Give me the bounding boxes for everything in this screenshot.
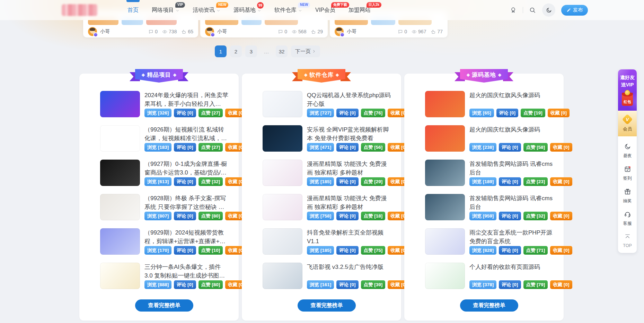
rank-list-item[interactable]: 首发辅助售卖网站源码 讯睿cms后台浏览 [189]评论 [0]点赞 [23]收… [425, 160, 553, 186]
likes-count: 77 [437, 29, 443, 34]
sidebar-tool-客服[interactable]: 客服 [618, 207, 637, 227]
page-button-1[interactable]: 1 [215, 45, 227, 57]
sparkle-icon [336, 73, 339, 77]
red-envelope-label: 红包 [622, 100, 633, 104]
nav-item-3[interactable]: 活动资讯NEW [193, 0, 220, 20]
page-button-2[interactable]: 2 [230, 45, 242, 57]
likes-badge: 点赞 [80] [199, 280, 223, 289]
item-title: QQ云端机器人登录系统php源码开心版 [307, 91, 391, 108]
rank-list-item[interactable]: （9929期）2024短视频带货教程，剪辑课+运营课+直播课+拍摄课（全套高清…… [100, 228, 228, 255]
favs-badge: 收藏 [0] [550, 246, 572, 255]
next-page-label: 下一页 [295, 48, 311, 55]
item-thumbnail [100, 125, 140, 152]
column-ribbon: 源码基地 [460, 69, 508, 83]
rank-list-item[interactable]: 漫画星精简版 功能强大 免费漫画 独家精彩 多种题材浏览 [185]评论 [0]… [263, 160, 391, 186]
column-title-text: 源码基地 [472, 71, 496, 79]
item-stat-badges: 浏览 [471]评论 [0]点赞 [56]收藏 [0] [307, 143, 391, 152]
vip-label: 会员 [618, 126, 637, 132]
rank-list-item[interactable]: 漫画星精简版 功能强大 免费漫画 独家精彩 多种题材浏览 [758]评论 [0]… [263, 194, 391, 220]
rank-list-item[interactable]: 首发辅助售卖网站源码 讯睿cms后台浏览 [959]评论 [0]点赞 [32]收… [425, 194, 553, 220]
rank-list-item[interactable]: （9928期）终极 杀手文案-撰写系统 只要你掌握了这些秘诀 你可以在沙漠里…浏… [100, 194, 228, 220]
item-text: 超火的国庆红旗风头像源码浏览 [65]评论 [0]点赞 [19]收藏 [0] [469, 91, 553, 117]
rank-list-item[interactable]: （9927期）0-1成为金牌直播-橱窗商品卡运营3.0，基础/货品/场景/话术/… [100, 160, 228, 186]
rank-list-item[interactable]: 2024年最火爆的项目，闲鱼卖苹果耳机，新手小白轻松月入2W+简单易上手浏览 [… [100, 91, 228, 117]
chevron-down-icon [298, 9, 302, 12]
sidebar-tool-昼夜[interactable]: 昼夜 [618, 140, 637, 160]
rank-list-item[interactable]: 超火的国庆红旗风头像源码浏览 [65]评论 [0]点赞 [19]收藏 [0] [425, 91, 553, 117]
item-thumbnail [425, 125, 465, 152]
rank-list-item[interactable]: 超火的国庆红旗风头像源码浏览 [238]评论 [0]点赞 [58]收藏 [0] [425, 125, 553, 152]
views-badge: 浏览 [727] [307, 109, 334, 117]
search-icon[interactable] [529, 7, 536, 14]
rank-list-item[interactable]: 个人好看的收款有页面源码浏览 [378]评论 [0]点赞 [79]收藏 [0] [425, 263, 553, 289]
rank-list-item[interactable]: 抖音免登录解析主页全部视频V1.1浏览 [185]评论 [0]点赞 [75]收藏… [263, 228, 391, 255]
author-name: 小哥 [100, 28, 110, 35]
pagination: 123…32下一页 [215, 45, 320, 57]
item-stat-badges: 浏览 [65]评论 [0]点赞 [19]收藏 [0] [469, 109, 553, 117]
feed-card-author-row: 小哥056829 [205, 27, 323, 36]
favs-badge: 收藏 [0] [550, 177, 572, 186]
floating-sidebar: 邀好友 送VIP 红包 V 会员 昼夜签到抽奖客服TOP [618, 69, 637, 253]
vip-member-card[interactable]: V 会员 [618, 111, 637, 136]
item-text: 安乐视 全网VIP蓝光视频解析脚本 免登录付费影视免费看浏览 [471]评论 [… [307, 125, 391, 152]
item-thumbnail [263, 194, 302, 220]
favs-badge: 收藏 [0] [548, 109, 570, 117]
nav-divider [523, 7, 523, 13]
views-badge: 浏览 [183] [144, 143, 171, 152]
likes-badge: 点赞 [10] [199, 246, 223, 255]
view-full-ranking-button[interactable]: 查看完整榜单 [135, 299, 193, 312]
chevron-down-icon [176, 9, 179, 12]
item-stat-badges: 浏览 [189]评论 [0]点赞 [23]收藏 [0] [469, 177, 553, 186]
sidebar-tool-label: 抽奖 [618, 198, 637, 204]
publish-button[interactable]: 发布 [561, 5, 588, 16]
view-full-ranking-button[interactable]: 查看完整榜单 [460, 299, 518, 312]
nav-item-7[interactable]: 加盟网站日入2k [349, 0, 371, 20]
rank-list-item[interactable]: QQ云端机器人登录系统php源码开心版浏览 [727]评论 [0]点赞 [76]… [263, 91, 391, 117]
comments-badge: 评论 [0] [174, 212, 196, 220]
thumb-up-icon [311, 29, 316, 34]
nav-item-2[interactable]: 网络项目VIP [152, 0, 179, 20]
rank-list-item[interactable]: 三分钟一条AI头条爆文，插件3.0 复制粘贴一键生成抄书图片 单日变现四位数浏览… [100, 263, 228, 289]
page-button-32[interactable]: 32 [276, 45, 288, 57]
nav-item-4[interactable]: 源码基地99 [233, 0, 261, 20]
views-badge: 浏览 [959] [469, 212, 496, 220]
rank-list-item[interactable]: 雨尘交友盲盒系统一款PHP开源免费的盲盒系统浏览 [828]评论 [0]点赞 [… [425, 228, 553, 255]
item-text: 个人好看的收款有页面源码浏览 [378]评论 [0]点赞 [79]收藏 [0] [469, 263, 553, 289]
comments-badge: 评论 [0] [336, 177, 358, 186]
comments-badge: 评论 [0] [336, 109, 358, 117]
views-badge: 浏览 [828] [469, 246, 496, 255]
sidebar-tool-TOP[interactable]: TOP [618, 230, 637, 249]
nav-item-6[interactable]: VIP会员免费下载 [315, 0, 335, 20]
column-title: 软件仓库 [298, 69, 345, 83]
nav-item-5[interactable]: 软件仓库NEW [274, 0, 302, 20]
item-title: 漫画星精简版 功能强大 免费漫画 独家精彩 多种题材 [307, 194, 391, 211]
sidebar-tool-抽奖[interactable]: 抽奖 [618, 185, 637, 205]
rank-list-item[interactable]: （9926期）短视频引流 私域转化课，短视频精准引流私域，在私域高效转化…浏览 … [100, 125, 228, 152]
dark-mode-toggle[interactable] [542, 3, 555, 17]
comments-badge: 评论 [0] [499, 177, 521, 186]
item-thumbnail [100, 263, 140, 289]
likes-badge: 点赞 [75] [361, 246, 386, 255]
item-thumbnail [100, 160, 140, 186]
invite-vip-card[interactable]: 邀好友 送VIP 红包 [618, 69, 637, 111]
site-logo-blurred[interactable] [62, 4, 98, 16]
sidebar-tool-签到[interactable]: 签到 [618, 162, 637, 182]
nav-item-badge: VIP [175, 2, 185, 8]
page-button-3[interactable]: 3 [245, 45, 257, 57]
next-page-button[interactable]: 下一页 [291, 45, 320, 57]
likes-stat: 29 [311, 29, 323, 34]
item-thumbnail [425, 91, 465, 117]
nav-menu: 首页网络项目VIP活动资讯NEW源码基地99软件仓库NEWVIP会员免费下载加盟… [127, 0, 371, 20]
view-full-ranking-button[interactable]: 查看完整榜单 [298, 299, 356, 312]
nav-item-1[interactable]: 首页 [127, 0, 139, 20]
rank-list-item[interactable]: 安乐视 全网VIP蓝光视频解析脚本 免登录付费影视免费看浏览 [471]评论 [… [263, 125, 391, 152]
medal-icon[interactable] [510, 7, 517, 14]
item-thumbnail [425, 194, 465, 220]
views-badge: 浏览 [326] [144, 109, 171, 117]
item-title: 雨尘交友盲盒系统一款PHP开源免费的盲盒系统 [469, 228, 553, 246]
feed-card-author-row: 小哥096777 [335, 27, 443, 36]
comment-icon [278, 29, 283, 34]
comments-badge: 评论 [0] [336, 280, 358, 289]
sparkle-icon [173, 73, 177, 77]
rank-list-item[interactable]: 飞语影视 v3.2.5去广告纯净版浏览 [161]评论 [0]点赞 [39]收藏… [263, 263, 391, 289]
